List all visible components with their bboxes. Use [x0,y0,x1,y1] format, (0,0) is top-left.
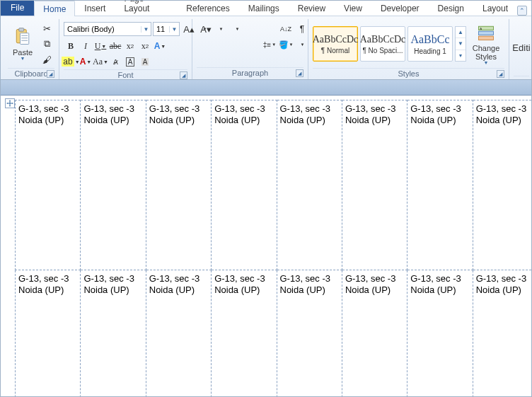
chevron-down-icon[interactable]: ▼ [141,26,151,33]
label-line2: Noida (UP) [345,115,404,126]
subscript-button[interactable]: x2 [123,39,137,53]
label-cell[interactable]: G-13, sec -3Noida (UP) [407,100,473,270]
tab-mailings[interactable]: Mailings [239,0,289,16]
font-size-input[interactable] [154,23,169,35]
style-normal[interactable]: AaBbCcDc ¶ Normal [313,26,358,62]
minimize-ribbon-button[interactable]: ⌃ [517,6,527,16]
underline-button[interactable]: U▼ [93,39,108,53]
tab-references[interactable]: References [177,0,238,16]
clear-formatting-button[interactable]: A̷ [108,54,122,69]
superscript-button[interactable]: x2 [138,39,152,53]
character-shading-button[interactable]: A [138,54,152,69]
shading-button[interactable]: 🪣▼ [278,38,294,52]
numbering-button[interactable]: 123▼ [213,22,229,36]
label-line1: G-13, sec -3 [410,103,469,115]
label-line2: Noida (UP) [18,115,77,126]
label-cell[interactable]: G-13, sec -3Noida (UP) [16,100,81,270]
tab-view[interactable]: View [335,0,371,16]
tab-pagelayout[interactable]: Page Layout [115,0,177,16]
label-cell[interactable]: G-13, sec -3Noida (UP) [16,270,81,397]
table-row: G-13, sec -3Noida (UP) G-13, sec -3Noida… [16,100,532,270]
label-cell[interactable]: G-13, sec -3Noida (UP) [407,270,473,397]
label-line1: G-13, sec -3 [18,103,77,115]
group-styles: AaBbCcDc ¶ Normal AaBbCcDc ¶ No Spaci...… [308,19,509,79]
label-cell[interactable]: G-13, sec -3Noida (UP) [81,100,146,270]
bullets-button[interactable]: ▼ [197,22,212,36]
italic-button[interactable]: I [79,39,93,53]
cut-button[interactable]: ✂ [39,21,54,35]
paint-bucket-icon: 🪣 [279,40,289,50]
copy-button[interactable]: ⧉ [39,37,54,51]
label-line1: G-13, sec -3 [149,103,208,115]
align-left-button[interactable] [197,38,212,52]
change-case-button[interactable]: Aa▼ [93,54,108,69]
font-dialog-launcher[interactable]: ◢ [180,71,187,79]
change-styles-button[interactable]: A Change Styles ▼ [468,21,504,67]
chevron-up-icon: ▲ [456,27,466,38]
sort-button[interactable]: A↓Z [278,22,294,36]
borders-button[interactable]: ▼ [294,38,310,52]
tab-layout[interactable]: Layout [473,0,517,16]
justify-button[interactable] [245,38,261,52]
group-editing: Editi [509,19,529,79]
label-cell[interactable]: G-13, sec -3Noida (UP) [81,270,146,397]
paragraph-dialog-launcher[interactable]: ◢ [296,69,303,77]
line-spacing-button[interactable]: ‡≡▼ [262,38,277,52]
label-cell[interactable]: G-13, sec -3Noida (UP) [473,270,531,397]
label-line2: Noida (UP) [149,284,208,296]
label-cell[interactable]: G-13, sec -3Noida (UP) [342,270,407,397]
style-heading1[interactable]: AaBbCc Heading 1 [407,26,453,62]
multilevel-list-button[interactable]: ▼ [229,22,245,36]
tab-insert[interactable]: Insert [75,0,115,16]
document-area[interactable]: G-13, sec -3Noida (UP) G-13, sec -3Noida… [1,96,531,396]
label-cell[interactable]: G-13, sec -3Noida (UP) [342,100,407,270]
group-label-clipboard: Clipboard◢ [8,68,54,79]
label-line1: G-13, sec -3 [280,273,339,284]
show-hide-button[interactable]: ¶ [294,22,310,36]
align-center-button[interactable] [213,38,229,52]
label-table[interactable]: G-13, sec -3Noida (UP) G-13, sec -3Noida… [15,100,531,396]
text-effects-button[interactable]: A▼ [153,39,167,53]
label-cell[interactable]: G-13, sec -3Noida (UP) [146,100,211,270]
styles-dialog-launcher[interactable]: ◢ [497,70,504,78]
label-cell[interactable]: G-13, sec -3Noida (UP) [212,100,277,270]
font-name-input[interactable] [64,23,141,35]
tab-developer[interactable]: Developer [371,0,429,16]
label-cell[interactable]: G-13, sec -3Noida (UP) [277,100,342,270]
ruler-gap [1,80,531,96]
label-cell[interactable]: G-13, sec -3Noida (UP) [146,270,211,397]
chevron-down-icon[interactable]: ▼ [169,26,179,33]
clipboard-dialog-launcher[interactable]: ◢ [47,70,54,78]
bold-button[interactable]: B [64,39,78,53]
strikethrough-button[interactable]: abc [108,39,122,53]
text-highlight-button[interactable]: ab▼ [64,54,78,69]
style-gallery-more[interactable]: ▲▼▾ [455,26,466,62]
label-line2: Noida (UP) [83,284,142,296]
table-move-handle[interactable] [5,98,15,108]
tab-file[interactable]: File [1,0,34,16]
format-painter-button[interactable]: 🖌 [39,52,54,67]
label-line1: G-13, sec -3 [345,103,404,115]
character-border-button[interactable]: A [123,54,137,69]
tab-design[interactable]: Design [429,0,473,16]
label-line1: G-13, sec -3 [280,103,339,115]
style-sample: AaBbCc [410,33,449,46]
font-name-combo[interactable]: ▼ [64,22,151,36]
label-cell[interactable]: G-13, sec -3Noida (UP) [212,270,277,397]
label-line1: G-13, sec -3 [149,273,208,284]
paste-button[interactable]: Paste ▼ [8,21,37,67]
font-color-button[interactable]: A▼ [79,54,93,69]
label-cell[interactable]: G-13, sec -3Noida (UP) [277,270,342,397]
svg-rect-2 [21,33,29,45]
align-right-button[interactable] [229,38,245,52]
increase-indent-button[interactable] [262,22,277,36]
tab-home[interactable]: Home [34,1,75,16]
style-no-spacing[interactable]: AaBbCcDc ¶ No Spaci... [360,26,405,62]
label-cell[interactable]: G-13, sec -3Noida (UP) [473,100,531,270]
font-size-combo[interactable]: ▼ [153,22,180,36]
label-line2: Noida (UP) [83,115,142,126]
editing-label: Editi [514,41,529,55]
tab-review[interactable]: Review [289,0,335,16]
decrease-indent-button[interactable] [245,22,261,36]
group-label-styles: Styles◢ [313,68,504,79]
